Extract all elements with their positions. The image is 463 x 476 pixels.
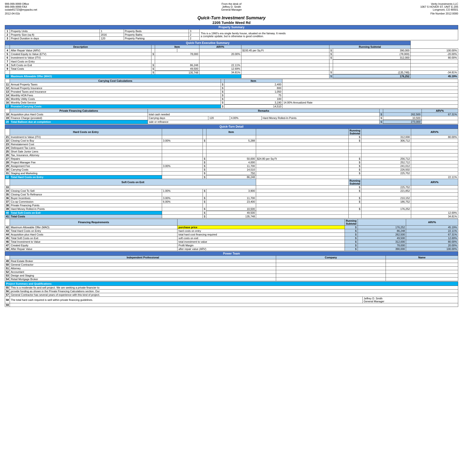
fcp-note2: 120: [208, 116, 230, 120]
tc2-val: 135,748: [155, 71, 199, 74]
table-row: 4 After Repair Value (ARV) $193.45 per S…: [5, 49, 458, 52]
muc-note: [282, 97, 458, 101]
cc-col-item: [221, 79, 224, 83]
pf-header: Private Financing Calculations: [10, 109, 148, 113]
itv2-pct: [162, 135, 203, 139]
aphc-label: Acquisition plus Hard Costs: [10, 113, 148, 116]
etv-pct: 20.00%: [199, 52, 241, 56]
cc-header-num: [5, 79, 10, 83]
row-num: 39: [5, 207, 10, 211]
pmf-arv: [411, 161, 458, 164]
sam-sub-val: 225,752: [362, 171, 411, 175]
arv-pct: [199, 49, 241, 52]
pti-val: 1,050: [224, 90, 282, 94]
rmb-label: Retail Mortgage Broker: [10, 278, 276, 281]
table-row: 43 Total Hard Costs on Entry hard costs …: [5, 229, 458, 233]
dtl-val: [206, 146, 256, 150]
coc-pct: 6.00%: [162, 200, 203, 204]
row-num: 13: [5, 90, 10, 94]
api-dollar: $: [221, 86, 224, 90]
arv-sub-val: 390,000: [333, 49, 411, 52]
table-row: 35 Closing Cost To Refinance: [5, 193, 458, 196]
tc2-sub-val: (135,748): [333, 71, 411, 74]
sce-arv2: [410, 63, 458, 67]
table-row: 13 Prorated Taxes and Insurance $ 1,050: [5, 90, 458, 94]
executive-summary-header: Quick-Turn Executive Summary: [5, 41, 411, 45]
af-pct: 3.00%: [162, 164, 203, 168]
tia-note: [256, 153, 348, 157]
pti-dollar: $: [221, 90, 224, 94]
row-num: 12: [5, 86, 10, 90]
row-num: 19: [5, 116, 10, 120]
cctr-dollar: [203, 193, 206, 196]
row-num: 52: [5, 270, 10, 274]
fcp-note4: Hard Money Rolled-In Points: [262, 116, 380, 120]
reb-company: [276, 259, 386, 263]
thce-dollar: $: [203, 175, 206, 179]
bi-note: [256, 196, 348, 200]
thce2-note: hard costs on entry: [178, 229, 345, 233]
ccts-note: [256, 189, 348, 193]
sc33-sub-dollar: $: [348, 186, 362, 189]
pmf-val: 4,000: [206, 161, 256, 164]
hce-sub-val: [333, 60, 411, 63]
hmrp-arv: [411, 207, 458, 211]
pcc-dollar: $: [221, 104, 224, 108]
bi-sub-dollar: $: [348, 196, 362, 200]
pti-label: Prorated Taxes and Insurance: [10, 90, 221, 94]
rep-arv: [411, 157, 458, 161]
rc-sub-val: [362, 143, 411, 146]
col-arv1: ARV%: [199, 45, 241, 49]
fr-col-running: Running Subtotal: [345, 219, 358, 225]
prop-parking-val: 2: [189, 37, 200, 40]
mao2-note: purchase price: [178, 225, 345, 229]
row-num: 17: [5, 104, 10, 108]
row-num: 10: [5, 74, 10, 78]
tsce-sub-val: [362, 211, 411, 215]
pf-col-arv: ARV%: [421, 109, 458, 113]
cctb-val: 5,288: [206, 139, 256, 143]
thce-sub-val: [362, 175, 411, 179]
ps-row57: General Contractor has several years of …: [10, 293, 458, 297]
apt-dollar: $: [221, 83, 224, 86]
ps-row56: provide funding as shown in the Private …: [10, 289, 458, 293]
pt-col-name: Name: [386, 256, 458, 259]
row-num: 15: [5, 97, 10, 101]
pcc-val: 14,510: [224, 104, 282, 108]
cctb-note: [256, 139, 348, 143]
mao-sub-val: 176,252: [333, 74, 411, 78]
table-row: 9 Total Costs $ 49,500 12.69%: [5, 67, 458, 71]
atty-label: Attorney: [10, 267, 276, 270]
ssjl-pct: [162, 150, 203, 153]
tia-label: Tax, Insurance, Attorney: [10, 153, 162, 157]
apt-val: 2,400: [224, 83, 282, 86]
mhoa-label: Monthly HOA Fees: [10, 94, 221, 97]
proj-duration-label: Project Duration in days: [10, 37, 100, 40]
table-row: $ 135,748 34.81% $ (135,748) -34.81%: [5, 71, 458, 74]
fcp-note3: 4.00%: [230, 116, 261, 120]
thce-label: Total Hard Costs on Entry: [10, 175, 162, 179]
row-num: 20: [5, 120, 10, 124]
table-row: 46 Total Investment to Value total inves…: [5, 240, 458, 244]
table-row: 42 Maximum Allowable Offer (MAO) purchas…: [5, 225, 458, 229]
fr-col-note: [178, 219, 345, 225]
itv2-sub-dollar: $: [348, 135, 362, 139]
itv-label: Investment to Value (ITV): [10, 56, 151, 60]
sam-note: [256, 171, 348, 175]
table-row: 18 Acquisition plus Hard Costs total cas…: [5, 113, 458, 116]
ce-arv: 20.00%: [406, 244, 458, 247]
table-row: 58 The total hard cash required is well …: [5, 297, 458, 303]
ccts-arv: [411, 189, 458, 193]
muc-label: Monthly Utility Costs: [10, 97, 221, 101]
table-row: 48 After Repair Value after repair value…: [5, 247, 458, 251]
row-num: 9: [5, 67, 10, 71]
hc-col-sub-label: Running Subtotal: [348, 129, 362, 135]
prop-size-label: Property Size (sq ft): [10, 33, 100, 37]
dtl-dollar: [203, 146, 206, 150]
col-num: [5, 45, 10, 49]
reb-label: Real Estate Broker: [10, 259, 276, 263]
company-name: Verity Investments LLC: [307, 2, 458, 5]
table-row: 47 Created Equity Profit Margin $ 78,000…: [5, 244, 458, 247]
hmrp-sub-val: 176,252: [362, 207, 411, 211]
row-num: 32: [5, 175, 10, 179]
